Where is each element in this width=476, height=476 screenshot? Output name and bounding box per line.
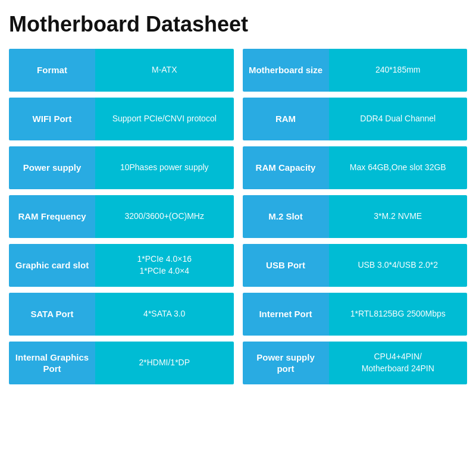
- datasheet-grid: FormatM-ATXMotherboard size240*185mmWIFI…: [9, 49, 467, 384]
- datasheet-cell: RAMDDR4 Dual Channel: [243, 98, 468, 140]
- cell-label: Format: [9, 49, 95, 92]
- page-title: Motherboard Datasheet: [9, 12, 467, 37]
- datasheet-cell: M.2 Slot3*M.2 NVME: [243, 195, 468, 238]
- datasheet-cell: WIFI PortSupport PCIe/CNVI protocol: [9, 98, 234, 140]
- datasheet-cell: FormatM-ATX: [9, 49, 234, 92]
- cell-value: 240*185mm: [329, 49, 468, 92]
- datasheet-cell: Power supply portCPU4+4PIN/Motherboard 2…: [243, 342, 468, 384]
- cell-label: M.2 Slot: [243, 195, 329, 238]
- cell-label: RAM Frequency: [9, 195, 95, 238]
- datasheet-cell: SATA Port4*SATA 3.0: [9, 293, 234, 336]
- cell-value: 3200/3600+(OC)MHz: [95, 195, 234, 238]
- cell-value: Max 64GB,One slot 32GB: [329, 146, 468, 189]
- cell-value: USB 3.0*4/USB 2.0*2: [329, 244, 468, 287]
- cell-value: DDR4 Dual Channel: [329, 98, 468, 140]
- cell-label: WIFI Port: [9, 98, 95, 140]
- cell-label: USB Port: [243, 244, 329, 287]
- cell-value: M-ATX: [95, 49, 234, 92]
- cell-label: Graphic card slot: [9, 244, 95, 287]
- cell-label: Power supply: [9, 146, 95, 189]
- cell-label: SATA Port: [9, 293, 95, 336]
- cell-value: 1*PCIe 4.0×161*PCIe 4.0×4: [95, 244, 234, 287]
- cell-value: 4*SATA 3.0: [95, 293, 234, 336]
- datasheet-cell: Internet Port1*RTL8125BG 2500Mbps: [243, 293, 468, 336]
- cell-label: Power supply port: [243, 342, 329, 384]
- datasheet-cell: Motherboard size240*185mm: [243, 49, 468, 92]
- cell-label: Internet Port: [243, 293, 329, 336]
- datasheet-cell: RAM CapacityMax 64GB,One slot 32GB: [243, 146, 468, 189]
- datasheet-cell: RAM Frequency3200/3600+(OC)MHz: [9, 195, 234, 238]
- cell-value: Support PCIe/CNVI protocol: [95, 98, 234, 140]
- datasheet-cell: Power supply10Phases power supply: [9, 146, 234, 189]
- cell-value: 2*HDMI/1*DP: [95, 342, 234, 384]
- cell-value: CPU4+4PIN/Motherboard 24PIN: [329, 342, 468, 384]
- datasheet-cell: USB PortUSB 3.0*4/USB 2.0*2: [243, 244, 468, 287]
- cell-label: Internal Graphics Port: [9, 342, 95, 384]
- cell-value: 1*RTL8125BG 2500Mbps: [329, 293, 468, 336]
- cell-value: 3*M.2 NVME: [329, 195, 468, 238]
- cell-label: RAM Capacity: [243, 146, 329, 189]
- cell-value: 10Phases power supply: [95, 146, 234, 189]
- cell-label: Motherboard size: [243, 49, 329, 92]
- datasheet-cell: Graphic card slot1*PCIe 4.0×161*PCIe 4.0…: [9, 244, 234, 287]
- cell-label: RAM: [243, 98, 329, 140]
- datasheet-cell: Internal Graphics Port2*HDMI/1*DP: [9, 342, 234, 384]
